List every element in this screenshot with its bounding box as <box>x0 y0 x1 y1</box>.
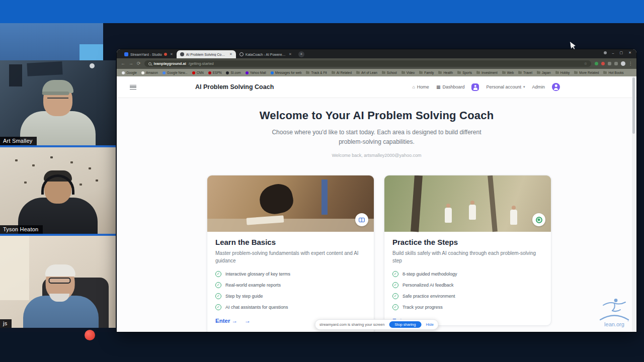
extension-icon[interactable] <box>608 62 611 65</box>
bookmark-folder[interactable]: Sports <box>457 71 472 74</box>
svg-text:®: ® <box>627 320 629 322</box>
learn-basics-photo <box>207 175 374 232</box>
bookmark-folder[interactable]: AI Related <box>332 71 352 74</box>
reload-button[interactable]: ⟳ <box>137 61 141 66</box>
browser-profile-avatar[interactable] <box>621 61 625 66</box>
folder-icon <box>306 71 309 74</box>
url-path: /getting-started <box>189 61 214 66</box>
bookmark-folder[interactable]: Family <box>419 71 434 74</box>
nav-home[interactable]: ⌂ Home <box>412 84 429 89</box>
favicon <box>122 71 125 74</box>
streamyard-stage: Art Smalley Tyson Heaton js StreamYard <box>0 0 644 362</box>
folder-icon <box>502 71 506 74</box>
hamburger-menu-icon[interactable] <box>130 85 136 89</box>
streamyard-favicon <box>124 52 128 56</box>
card-practice-the-steps[interactable]: Practice the Steps Build skills safely w… <box>384 175 551 326</box>
wall-frame-decor <box>9 64 22 86</box>
card-learn-the-basics[interactable]: Learn the Basics Master problem-solving … <box>207 175 374 332</box>
bookmark-folder[interactable]: Travel <box>518 71 532 74</box>
minimize-button[interactable]: – <box>612 51 614 55</box>
check-circle-icon: ✓ <box>392 293 398 299</box>
maximize-button[interactable]: ▢ <box>620 51 623 55</box>
tab-katacoach[interactable]: KataCoach - AI Powered Kata ✕ <box>236 50 295 58</box>
tab-close-icon[interactable]: ✕ <box>289 52 292 56</box>
scrollbar-thumb[interactable] <box>632 77 635 134</box>
page-body: Welcome to Your AI Problem Solving Coach… <box>117 98 636 332</box>
new-tab-button[interactable]: + <box>298 51 304 57</box>
page-scrollbar[interactable] <box>632 76 635 332</box>
bookmark-star-icon[interactable]: ☆ <box>584 62 587 66</box>
tab-ai-problem-solving-coach[interactable]: AI Problem Solving Coach ✕ <box>177 50 236 58</box>
browser-menu-icon[interactable]: ⋮ <box>628 61 632 66</box>
bookmark-item[interactable]: Yahoo Mail <box>246 71 266 74</box>
participant-hair <box>45 264 75 277</box>
feature-item: ✓ Personalized AI feedback <box>392 282 543 288</box>
tab-close-icon[interactable]: ✕ <box>229 52 232 56</box>
bookmark-item[interactable]: SI.com <box>226 71 240 74</box>
share-indicator-icon <box>604 51 607 54</box>
nav-admin[interactable]: Admin <box>532 84 545 89</box>
photo-detail <box>321 179 328 215</box>
bookmark-item[interactable]: CNN <box>192 71 204 74</box>
folder-icon <box>555 71 559 74</box>
bookmark-item[interactable]: Messages for web <box>271 71 302 74</box>
extension-icon[interactable] <box>614 62 618 65</box>
window-light-decor <box>0 236 29 300</box>
participant-glasses <box>47 98 68 102</box>
extension-icon[interactable] <box>601 62 605 65</box>
close-window-button[interactable]: ✕ <box>628 51 631 55</box>
folder-icon <box>457 71 461 74</box>
participant-cap-brim <box>42 92 69 95</box>
feature-item: ✓ Real-world example reports <box>215 282 366 288</box>
account-avatar-icon <box>471 83 479 91</box>
dashboard-icon: ▦ <box>436 85 441 89</box>
photo-detail <box>207 219 374 232</box>
tab-streamyard[interactable]: StreamYard - Studio ✕ <box>121 50 177 58</box>
bookmark-folder[interactable]: Video <box>401 71 415 74</box>
site-header: AI Problem Solving Coach ⌂ Home ▦ Dashbo… <box>117 76 636 98</box>
check-circle-icon: ✓ <box>215 293 221 299</box>
bookmark-item[interactable]: Google New... <box>163 71 188 74</box>
folder-icon <box>574 71 578 74</box>
bookmark-folder[interactable]: Track & Fit <box>306 71 327 74</box>
bookmark-folder[interactable]: More Related <box>574 71 599 74</box>
favicon <box>141 71 144 74</box>
nav-dashboard[interactable]: ▦ Dashboard <box>436 84 465 89</box>
tab-title: KataCoach - AI Powered Kata <box>246 53 286 56</box>
nav-personal-account[interactable]: Personal account ▾ <box>486 84 525 89</box>
bookmark-folder[interactable]: Japan <box>537 71 551 74</box>
bookmark-folder[interactable]: Investment <box>476 71 498 74</box>
bookmark-folder[interactable]: Hobby <box>555 71 570 74</box>
bookmark-item[interactable]: Amazon <box>141 71 158 74</box>
bookmark-folder[interactable]: Hot Books <box>603 71 623 74</box>
extension-icon[interactable] <box>595 62 598 65</box>
folder-icon <box>419 71 423 74</box>
bookmark-folder[interactable]: Web <box>502 71 514 74</box>
tab-close-icon[interactable]: ✕ <box>170 52 173 56</box>
background-accent-block-small <box>79 44 103 60</box>
folder-icon <box>332 71 335 74</box>
address-bar[interactable]: leanplayground.ai /getting-started ☆ <box>144 60 591 67</box>
home-icon: ⌂ <box>412 85 415 89</box>
feature-item: ✓ 8-step guided methodology <box>392 271 543 277</box>
favicon <box>271 71 274 74</box>
card-description: Build skills safely with AI coaching thr… <box>392 249 543 264</box>
user-avatar-icon[interactable] <box>552 83 560 91</box>
bookmark-item[interactable]: Google <box>122 71 137 74</box>
practice-steps-photo <box>384 175 551 232</box>
window-controls: – ▢ ✕ <box>604 51 631 55</box>
folder-icon <box>356 71 360 74</box>
page-title: Welcome to Your AI Problem Solving Coach <box>117 109 636 122</box>
participant-glasses <box>49 278 71 284</box>
back-button[interactable]: ← <box>121 61 125 66</box>
feature-list: ✓ Interactive glossary of key terms ✓ Re… <box>215 271 366 310</box>
site-title: AI Problem Solving Coach <box>195 83 274 90</box>
bookmark-folder[interactable]: Health <box>438 71 453 74</box>
hide-banner-button[interactable]: Hide <box>426 322 433 327</box>
forward-button[interactable]: → <box>129 61 133 66</box>
photo-detail <box>257 182 296 217</box>
bookmark-item[interactable]: ESPN <box>208 71 222 74</box>
stop-sharing-button[interactable]: Stop sharing <box>389 321 421 328</box>
bookmark-folder[interactable]: Art of Lean <box>356 71 377 74</box>
bookmark-folder[interactable]: School <box>382 71 397 74</box>
